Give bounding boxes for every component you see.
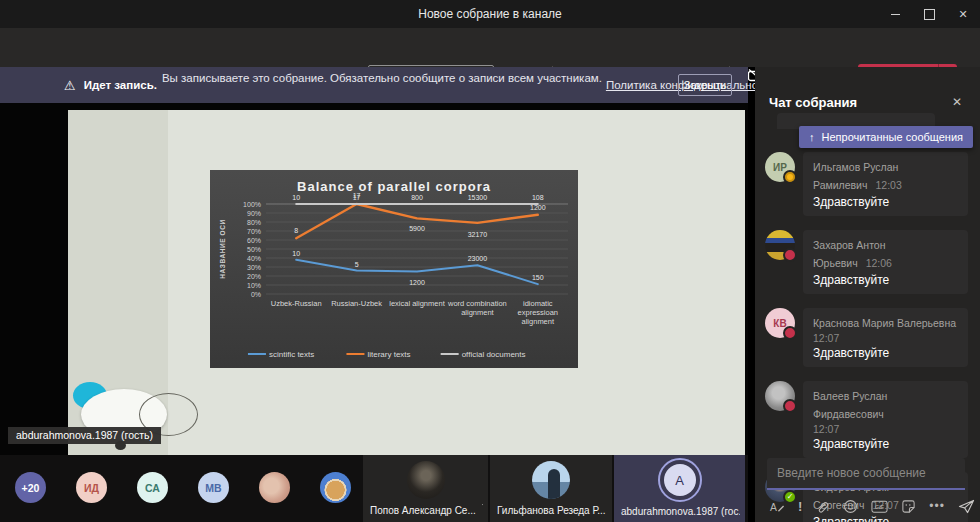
participant-avatar[interactable] bbox=[259, 472, 290, 503]
window-titlebar: Новое собрание в канале ✕ bbox=[0, 0, 980, 28]
svg-text:15300: 15300 bbox=[468, 194, 488, 201]
svg-text:17: 17 bbox=[353, 194, 361, 201]
chat-message: ИРИльгамов Руслан Рамилевич12:03Здравств… bbox=[765, 152, 968, 216]
message-header: Краснова Мария Валерьевна bbox=[813, 313, 958, 331]
svg-text:60%: 60% bbox=[247, 237, 261, 244]
presence-busy-badge bbox=[783, 248, 797, 262]
svg-text:40%: 40% bbox=[247, 255, 261, 262]
avatar bbox=[765, 230, 795, 260]
chart: Balance of parallel corpora0%10%20%30%40… bbox=[210, 170, 578, 368]
svg-text:word combination: word combination bbox=[447, 299, 507, 308]
message-bubble: Валеев Руслан Фирдавесович12:07Здравству… bbox=[803, 381, 968, 458]
shared-slide: Balance of parallel corpora0%10%20%30%40… bbox=[68, 110, 745, 455]
participant-tile-name: Гильфанова Резеда Р... bbox=[497, 503, 607, 517]
muted-mic-icon bbox=[481, 503, 483, 517]
message-text: Здравствуйте bbox=[813, 346, 958, 360]
svg-text:800: 800 bbox=[411, 194, 423, 201]
avatar: ИР bbox=[765, 152, 795, 182]
participant-avatar[interactable]: СА bbox=[137, 472, 168, 503]
gif-icon: GIF bbox=[871, 499, 888, 514]
svg-text:10%: 10% bbox=[247, 282, 261, 289]
message-time: 12:07 bbox=[813, 332, 958, 344]
participant-avatar-group: +20ИДСАМВ bbox=[15, 472, 351, 503]
avatar bbox=[765, 381, 795, 411]
svg-text:30%: 30% bbox=[247, 264, 261, 271]
priority-button[interactable]: ! bbox=[798, 497, 802, 515]
participant-avatar[interactable]: МВ bbox=[198, 472, 229, 503]
new-message-input[interactable] bbox=[767, 458, 965, 490]
participant-tile[interactable]: Попов Александр Се... bbox=[363, 455, 488, 522]
attach-button[interactable] bbox=[815, 497, 830, 515]
more-compose-options-button[interactable]: ••• bbox=[929, 497, 945, 515]
chart-svg: Balance of parallel corpora0%10%20%30%40… bbox=[210, 170, 578, 368]
svg-text:alignment: alignment bbox=[522, 317, 555, 326]
svg-text:literary texts: literary texts bbox=[367, 350, 410, 359]
unread-messages-pill[interactable]: ↑ Непрочитанные сообщения bbox=[799, 126, 973, 148]
svg-text:70%: 70% bbox=[247, 228, 261, 235]
recording-banner: ⚠ Идет запись. Вы записываете это собран… bbox=[0, 67, 748, 103]
svg-text:90%: 90% bbox=[247, 210, 261, 217]
message-text: Здравствуйте bbox=[813, 273, 958, 287]
svg-text:23000: 23000 bbox=[468, 255, 488, 262]
participants-filmstrip: +20ИДСАМВ Попов Александр Се...Гильфанов… bbox=[0, 455, 748, 522]
mic-off-icon bbox=[481, 503, 483, 515]
chat-panel-title: Чат собрания bbox=[769, 95, 857, 110]
chat-message: Валеев Руслан Фирдавесович12:07Здравству… bbox=[765, 381, 968, 458]
format-button[interactable]: A bbox=[769, 497, 785, 515]
participant-video-avatar bbox=[532, 461, 570, 499]
participant-tile[interactable]: Гильфанова Резеда Р... bbox=[490, 455, 612, 522]
meeting-toolbar: 20:17 Запросить управление bbox=[0, 28, 980, 67]
sticker-icon bbox=[901, 499, 916, 514]
svg-text:official documents: official documents bbox=[462, 350, 526, 359]
svg-text:10: 10 bbox=[292, 194, 300, 201]
compose-toolbar: A ! GIF bbox=[769, 497, 966, 515]
speaking-ring-avatar: A bbox=[658, 458, 702, 502]
chat-close-icon[interactable]: ✕ bbox=[952, 95, 962, 109]
participant-avatar[interactable]: +20 bbox=[15, 472, 46, 503]
presence-away-badge bbox=[783, 170, 797, 184]
message-bubble: Краснова Мария Валерьевна12:07Здравствуй… bbox=[803, 308, 968, 367]
format-icon: A bbox=[769, 499, 785, 514]
participant-avatar[interactable]: ИД bbox=[76, 472, 107, 503]
message-bubble: Захаров Антон Юрьевич12:06Здравствуйте bbox=[803, 230, 968, 294]
svg-text:10: 10 bbox=[292, 250, 300, 257]
close-icon[interactable]: ✕ bbox=[946, 0, 980, 28]
presence-busy-badge bbox=[783, 326, 797, 340]
message-time: 12:06 bbox=[866, 257, 892, 269]
message-header: Захаров Антон Юрьевич12:06 bbox=[813, 235, 958, 271]
message-bubble: Ильгамов Руслан Рамилевич12:03Здравствуй… bbox=[803, 152, 968, 216]
svg-text:Uzbek-Russian: Uzbek-Russian bbox=[271, 299, 322, 308]
svg-text:0%: 0% bbox=[251, 291, 261, 298]
svg-text:80%: 80% bbox=[247, 219, 261, 226]
participant-name-text: Попов Александр Се... bbox=[370, 505, 476, 516]
participant-tile-name: Попов Александр Се... bbox=[370, 503, 483, 517]
maximize-icon[interactable] bbox=[912, 0, 946, 28]
svg-text:32170: 32170 bbox=[468, 231, 488, 238]
presenter-name-label: abdurahmonova.1987 (гость) bbox=[8, 427, 161, 444]
emoji-button[interactable] bbox=[843, 497, 858, 515]
svg-text:5: 5 bbox=[355, 261, 359, 268]
svg-text:5900: 5900 bbox=[409, 225, 425, 232]
sticker-button[interactable] bbox=[901, 497, 916, 515]
unread-messages-label: Непрочитанные сообщения bbox=[822, 131, 964, 143]
avatar: КВ bbox=[765, 308, 795, 338]
gif-button[interactable]: GIF bbox=[871, 497, 888, 515]
participant-video-avatar bbox=[407, 461, 445, 499]
chat-message: Захаров Антон Юрьевич12:06Здравствуйте bbox=[765, 230, 968, 294]
svg-text:Balance of parallel corpora: Balance of parallel corpora bbox=[297, 179, 491, 194]
teams-meeting-window: Новое собрание в канале ✕ 20:17 Запросит… bbox=[0, 0, 980, 522]
message-text: Здравствуйте bbox=[813, 437, 958, 451]
participant-avatar[interactable] bbox=[320, 472, 351, 503]
message-text: Здравствуйте bbox=[813, 195, 958, 209]
warning-icon: ⚠ bbox=[64, 78, 76, 93]
message-header: Валеев Руслан Фирдавесович bbox=[813, 386, 958, 422]
svg-text:expressioan: expressioan bbox=[518, 308, 558, 317]
avatar-letter: A bbox=[664, 464, 696, 496]
minimize-icon[interactable] bbox=[878, 0, 912, 28]
banner-close-button[interactable]: Закрыть bbox=[678, 74, 732, 96]
participant-name-text: Гильфанова Резеда Р... bbox=[497, 505, 606, 516]
svg-text:8: 8 bbox=[294, 227, 298, 234]
send-button[interactable] bbox=[958, 497, 975, 515]
participant-tile[interactable]: Aabdurahmonova.1987 (гос... bbox=[614, 455, 745, 522]
meeting-chat-panel: Чат собрания ✕ ↑ Непрочитанные сообщения… bbox=[755, 67, 980, 522]
